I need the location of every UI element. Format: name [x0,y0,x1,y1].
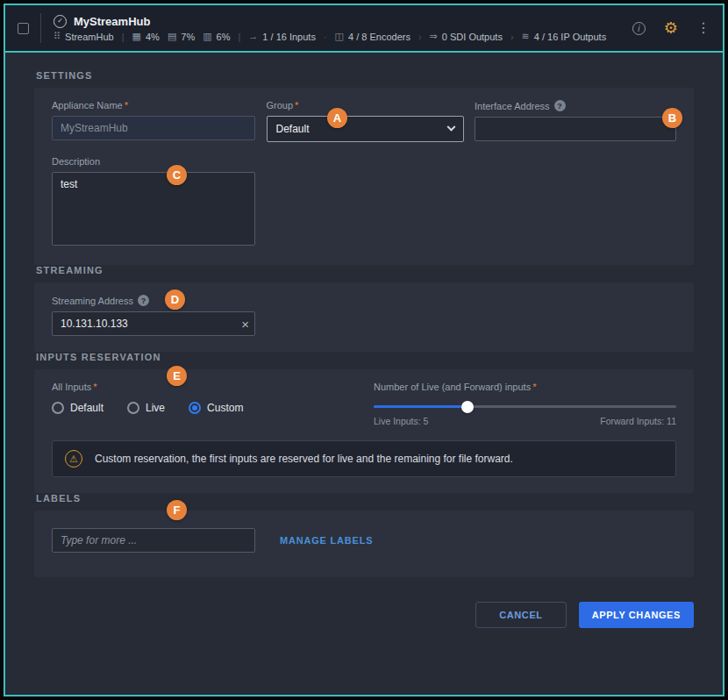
stat-label: 4 / 16 IP Outputs [534,32,606,42]
grid-icon: ⠿ [54,32,61,41]
live-inputs-count: Live Inputs: 5 [374,416,428,426]
streaming-section-title: STREAMING [36,265,692,275]
appliance-name-input[interactable] [52,116,255,140]
ip-outputs-stat: ≋ 4 / 16 IP Outputs [522,32,607,42]
header-divider [40,13,41,43]
radio-live[interactable]: Live [127,402,165,414]
inputs-slider[interactable] [374,405,676,408]
header-main: ✓ MyStreamHub ⠿ StreamHub | ▦ 4% ▤ 7% [54,15,606,42]
labels-section-title: LABELS [36,493,692,504]
encoders-icon: ◫ [335,32,344,41]
reservation-radio-group: Default Live Custom [52,402,243,414]
required-marker: * [295,100,298,111]
all-inputs-label: All Inputs* [52,382,243,392]
slider-fill [374,405,467,408]
chevron-down-icon [446,122,455,131]
stat-label: 0 SDI Outputs [442,32,503,42]
help-icon[interactable]: ? [554,100,566,111]
footer-actions: CANCEL APPLY CHANGES [34,602,694,628]
kebab-menu-icon[interactable]: ⋮ [696,21,710,35]
group-select-value: Default [276,123,310,135]
sdi-outputs-icon: ⇒ [430,32,438,41]
streamhub-stat: ⠿ StreamHub [54,32,114,42]
manage-labels-link[interactable]: MANAGE LABELS [280,535,373,546]
info-icon[interactable]: i [632,22,646,35]
description-label: Description [52,156,676,167]
memory-stat: ▤ 7% [168,32,195,42]
clear-icon[interactable]: × [241,318,249,331]
stat-label: 4% [146,32,160,42]
required-marker: * [93,382,96,392]
annotation-badge-e: E [167,366,187,386]
settings-form: SETTINGS A B C Appliance Name* Group* De… [5,53,723,695]
annotation-badge-c: C [167,165,187,185]
description-textarea[interactable]: test [52,172,255,246]
group-field: Group* Default [267,100,464,142]
live-forward-slider-field: Number of Live (and Forward) inputs* Liv… [374,382,676,426]
appliance-name-label: Appliance Name* [52,100,255,111]
stat-label: 1 / 16 Inputs [262,32,316,42]
notice-text: Custom reservation, the first inputs are… [95,453,513,465]
inputs-stat: → 1 / 16 Inputs [248,32,316,42]
streaming-address-input[interactable] [52,311,255,336]
radio-circle [189,402,201,414]
device-status-icon: ✓ [54,15,67,28]
stat-separator: | [239,32,241,42]
radio-custom[interactable]: Custom [189,402,243,414]
stat-separator: | [122,32,125,42]
annotation-badge-d: D [165,289,185,310]
labels-panel: F MANAGE LABELS [34,511,694,577]
interface-address-input[interactable] [475,117,676,141]
header-actions: i ⚙ ⋮ [632,20,710,36]
group-select[interactable]: Default [267,116,464,142]
interface-address-label: Interface Address ? [475,100,676,111]
inputs-icon: → [248,32,258,41]
slider-label: Number of Live (and Forward) inputs* [374,382,676,392]
group-label: Group* [267,100,464,111]
help-icon[interactable]: ? [138,295,149,306]
warning-icon: ⚠ [65,450,82,468]
storage-stat: ▥ 6% [203,32,230,42]
custom-reservation-notice: ⚠ Custom reservation, the first inputs a… [52,440,676,477]
stat-label: 7% [181,32,195,42]
annotation-badge-a: A [327,108,347,128]
header: ✓ MyStreamHub ⠿ StreamHub | ▦ 4% ▤ 7% [5,5,723,53]
stat-separator: · [324,32,327,42]
required-marker: * [532,382,536,392]
cpu-icon: ▦ [132,32,141,41]
gear-icon[interactable]: ⚙ [664,20,678,36]
slider-thumb[interactable] [461,401,474,413]
inputs-reservation-section-title: INPUTS RESERVATION [36,352,692,362]
sdi-outputs-stat: ⇒ 0 SDI Outputs [430,32,503,42]
inputs-reservation-panel: E All Inputs* Default Live [34,369,694,493]
cpu-stat: ▦ 4% [132,32,160,42]
settings-section-title: SETTINGS [36,70,692,81]
device-settings-window: ✓ MyStreamHub ⠿ StreamHub | ▦ 4% ▤ 7% [4,4,724,696]
stat-label: 4 / 8 Encoders [348,32,410,42]
annotation-badge-f: F [167,500,187,520]
streaming-address-label: Streaming Address ? [52,295,676,306]
all-inputs-field: All Inputs* Default Live C [52,382,243,414]
settings-panel: A B C Appliance Name* Group* Default [34,88,694,265]
stat-label: 6% [217,32,231,42]
stat-label: StreamHub [65,32,114,42]
device-checkbox[interactable] [18,23,29,34]
apply-changes-button[interactable]: APPLY CHANGES [579,602,694,628]
interface-address-field: Interface Address ? [475,100,676,142]
labels-input[interactable] [52,528,255,553]
device-stats-bar: ⠿ StreamHub | ▦ 4% ▤ 7% ▥ 6% | → [54,32,606,42]
radio-default[interactable]: Default [52,402,103,414]
stat-separator: › [418,32,422,42]
ip-outputs-icon: ≋ [522,32,530,41]
streaming-panel: D Streaming Address ? × [34,282,694,352]
encoders-stat: ◫ 4 / 8 Encoders [335,32,410,42]
stat-separator: › [510,32,514,42]
device-title: MyStreamHub [74,15,150,28]
radio-circle [127,402,139,414]
cancel-button[interactable]: CANCEL [475,602,566,628]
forward-inputs-count: Forward Inputs: 11 [600,416,676,426]
radio-circle [52,402,64,414]
appliance-name-field: Appliance Name* [52,100,255,142]
description-field: Description test [52,156,676,249]
annotation-badge-b: B [662,108,682,128]
